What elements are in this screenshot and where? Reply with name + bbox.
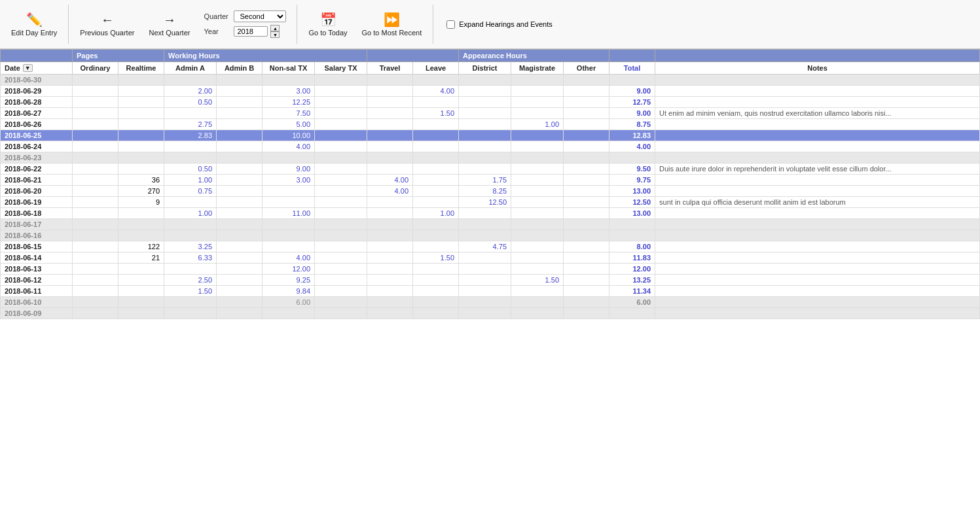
table-row[interactable]: 2018-06-181.0011.001.0013.00: [1, 208, 980, 219]
salary-cell: [315, 297, 367, 308]
leave-cell: [413, 130, 459, 141]
adminb-cell: [217, 197, 263, 208]
table-row[interactable]: 2018-06-244.004.00: [1, 141, 980, 152]
table-row[interactable]: 2018-06-23: [1, 152, 980, 164]
date-cell: 2018-06-18: [1, 208, 73, 219]
admina-cell: 0.75: [164, 186, 217, 197]
nonsal-col-header: Non-sal TX: [263, 62, 315, 75]
table-row[interactable]: 2018-06-292.003.004.009.00: [1, 86, 980, 97]
realtime-cell: [118, 141, 164, 152]
date-cell: 2018-06-16: [1, 230, 73, 241]
quarter-select[interactable]: First Second Third Fourth: [234, 10, 286, 22]
table-row[interactable]: 2018-06-1312.0012.00: [1, 264, 980, 275]
leave-cell: [413, 152, 459, 164]
table-row[interactable]: 2018-06-280.5012.2512.75: [1, 97, 980, 108]
year-down-button[interactable]: ▼: [270, 31, 280, 38]
total-cell: 9.75: [609, 175, 655, 186]
date-cell: 2018-06-09: [1, 308, 73, 319]
date-cell: 2018-06-11: [1, 286, 73, 297]
table-row[interactable]: 2018-06-09: [1, 308, 980, 319]
notes-cell: [655, 275, 980, 286]
nonsal-cell: [263, 197, 315, 208]
travel-cell: [367, 197, 413, 208]
salary-cell: [315, 252, 367, 264]
leave-cell: 1.00: [413, 208, 459, 219]
district-cell: [459, 275, 511, 286]
next-quarter-button[interactable]: → Next Quarter: [143, 3, 196, 45]
salary-cell: [315, 152, 367, 164]
admina-cell: 2.00: [164, 86, 217, 97]
go-to-most-recent-button[interactable]: ⏩ Go to Most Recent: [356, 3, 428, 45]
year-input[interactable]: [234, 26, 268, 37]
notes-cell: [655, 186, 980, 197]
table-row[interactable]: 2018-06-16: [1, 230, 980, 241]
total-cell: [609, 75, 655, 86]
admina-cell: [164, 219, 217, 230]
date-cell: 2018-06-27: [1, 108, 73, 119]
date-cell: 2018-06-17: [1, 219, 73, 230]
table-row[interactable]: 2018-06-21361.003.004.001.759.75: [1, 175, 980, 186]
travel-cell: [367, 141, 413, 152]
travel-cell: [367, 108, 413, 119]
other-cell: [564, 197, 609, 208]
ordinary-cell: [73, 286, 118, 297]
magistrate-cell: [511, 108, 564, 119]
date-col-header[interactable]: Date ▼: [1, 62, 73, 75]
expand-hearings-checkbox[interactable]: [446, 20, 455, 29]
edit-day-entry-button[interactable]: ✏️ Edit Day Entry: [5, 3, 63, 45]
expand-check-group: Expand Hearings and Events: [439, 20, 560, 29]
year-row: Year ▲ ▼: [204, 25, 286, 38]
table-row[interactable]: 2018-06-252.8310.0012.83: [1, 130, 980, 141]
table-row[interactable]: 2018-06-122.509.251.5013.25: [1, 275, 980, 286]
travel-cell: 4.00: [367, 175, 413, 186]
other-cell: [564, 252, 609, 264]
table-row[interactable]: 2018-06-30: [1, 75, 980, 86]
year-up-button[interactable]: ▲: [270, 25, 280, 31]
table-row[interactable]: 2018-06-202700.754.008.2513.00: [1, 186, 980, 197]
adminb-cell: [217, 130, 263, 141]
district-cell: [459, 86, 511, 97]
realtime-cell: 21: [118, 252, 164, 264]
notes-cell: [655, 86, 980, 97]
table-row[interactable]: 2018-06-17: [1, 219, 980, 230]
table-row[interactable]: 2018-06-19912.5012.50sunt in culpa qui o…: [1, 197, 980, 208]
notes-cell: [655, 297, 980, 308]
table-row[interactable]: 2018-06-111.509.8411.34: [1, 286, 980, 297]
ordinary-cell: [73, 275, 118, 286]
travel-cell: [367, 164, 413, 175]
travel-cell: [367, 308, 413, 319]
admina-cell: 1.00: [164, 208, 217, 219]
admina-cell: [164, 152, 217, 164]
travel-cell: [367, 75, 413, 86]
table-row[interactable]: 2018-06-14216.334.001.5011.83: [1, 252, 980, 264]
table-row[interactable]: 2018-06-277.501.509.00Ut enim ad minim v…: [1, 108, 980, 119]
other-cell: [564, 208, 609, 219]
date-cell: 2018-06-30: [1, 75, 73, 86]
admina-col-header: Admin A: [164, 62, 217, 75]
district-cell: [459, 164, 511, 175]
salary-cell: [315, 141, 367, 152]
go-to-today-button[interactable]: 📅 Go to Today: [302, 3, 353, 45]
ordinary-cell: [73, 230, 118, 241]
quarter-year-group: Quarter First Second Third Fourth Year ▲…: [198, 8, 291, 41]
table-row[interactable]: 2018-06-151223.254.758.00: [1, 241, 980, 252]
travel-cell: [367, 252, 413, 264]
other-cell: [564, 108, 609, 119]
previous-quarter-button[interactable]: ← Previous Quarter: [74, 3, 140, 45]
district-cell: 12.50: [459, 197, 511, 208]
magistrate-cell: [511, 286, 564, 297]
realtime-cell: 122: [118, 241, 164, 252]
table-row[interactable]: 2018-06-106.006.00: [1, 297, 980, 308]
table-row[interactable]: 2018-06-220.509.009.50Duis aute irure do…: [1, 164, 980, 175]
date-filter-arrow[interactable]: ▼: [23, 64, 33, 72]
expand-hearings-label[interactable]: Expand Hearings and Events: [459, 20, 552, 28]
next-arrow-icon: →: [163, 12, 176, 27]
magistrate-cell: [511, 208, 564, 219]
nonsal-cell: 3.00: [263, 86, 315, 97]
district-cell: [459, 108, 511, 119]
admina-cell: [164, 75, 217, 86]
leave-cell: [413, 219, 459, 230]
date-cell: 2018-06-21: [1, 175, 73, 186]
table-row[interactable]: 2018-06-262.755.001.008.75: [1, 119, 980, 130]
total-cell: 13.00: [609, 186, 655, 197]
